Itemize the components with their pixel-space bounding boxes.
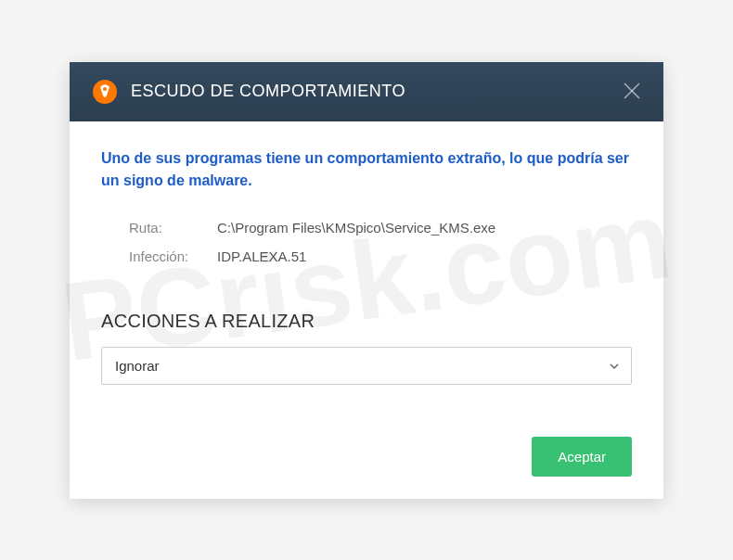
infection-value: IDP.ALEXA.51: [217, 248, 306, 264]
action-select[interactable]: Ignorar: [101, 347, 632, 385]
alert-dialog: ESCUDO DE COMPORTAMIENTO Uno de sus prog…: [70, 62, 663, 499]
detail-row-path: Ruta: C:\Program Files\KMSpico\Service_K…: [129, 220, 632, 235]
dialog-title: ESCUDO DE COMPORTAMIENTO: [131, 82, 405, 101]
header-left: ESCUDO DE COMPORTAMIENTO: [92, 79, 405, 105]
svg-point-1: [103, 87, 107, 91]
detection-details: Ruta: C:\Program Files\KMSpico\Service_K…: [101, 220, 632, 264]
accept-button[interactable]: Aceptar: [532, 437, 632, 477]
actions-section-title: ACCIONES A REALIZAR: [101, 311, 632, 332]
path-label: Ruta:: [129, 220, 217, 235]
action-select-wrapper: Ignorar: [101, 347, 632, 385]
dialog-header: ESCUDO DE COMPORTAMIENTO: [70, 62, 663, 121]
detail-row-infection: Infección: IDP.ALEXA.51: [129, 248, 632, 264]
warning-message: Uno de sus programas tiene un comportami…: [101, 147, 632, 192]
dialog-footer: Aceptar: [101, 437, 632, 477]
dialog-content: Uno de sus programas tiene un comportami…: [70, 121, 663, 499]
path-value: C:\Program Files\KMSpico\Service_KMS.exe: [217, 220, 495, 235]
avast-logo-icon: [92, 79, 118, 105]
infection-label: Infección:: [129, 248, 217, 264]
close-button[interactable]: [623, 79, 641, 105]
